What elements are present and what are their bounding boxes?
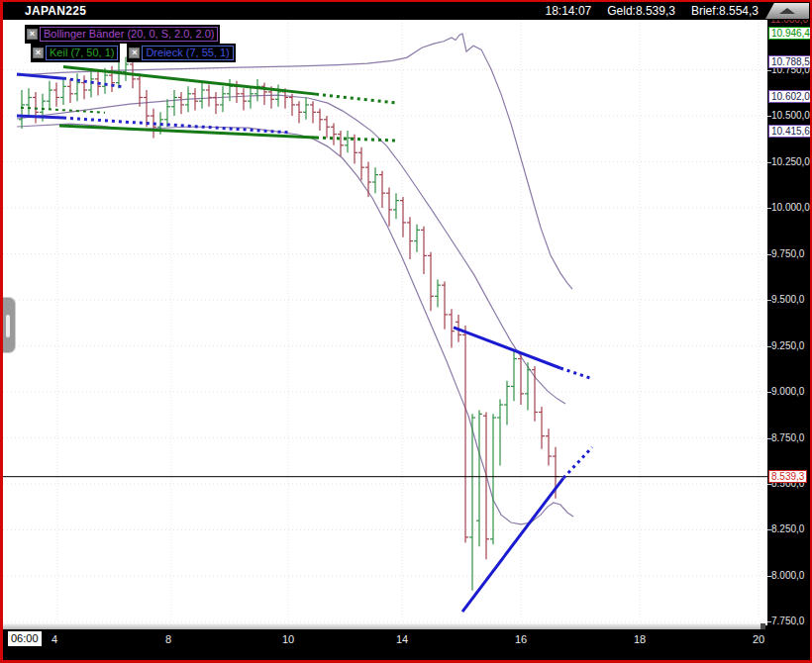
- price-tick-mark: [767, 621, 771, 622]
- bollinger-lower-band: [17, 124, 573, 524]
- price-tick-label: 10.250,0: [771, 156, 810, 168]
- ohlc-bar: [171, 90, 177, 116]
- chart-window: JAPAN225 18:14:07Geld:8.539,3Brief:8.554…: [0, 0, 812, 663]
- collapse-button[interactable]: [765, 3, 809, 19]
- keil-bottom-dotted-line: [316, 138, 395, 141]
- close-icon[interactable]: ×: [27, 29, 38, 40]
- legend-row: ×Keil (7, 50, 1)×Dreieck (7, 55, 1): [31, 44, 236, 62]
- ohlc-bar: [525, 362, 531, 410]
- ohlc-bar: [60, 77, 66, 105]
- chevron-up-icon: [779, 8, 795, 14]
- price-tick-mark: [767, 70, 771, 71]
- ohlc-bar: [414, 225, 420, 252]
- ohlc-bar: [469, 414, 475, 591]
- ohlc-bar: [518, 353, 524, 405]
- old-wedge-dotted-green-dotted-line: [21, 108, 105, 113]
- ohlc-bar: [47, 81, 52, 109]
- price-tick-label: 9.750,0: [771, 248, 804, 260]
- price-tick-mark: [767, 392, 771, 393]
- close-icon[interactable]: ×: [129, 47, 140, 58]
- legend-label-dreieck: Dreieck (7, 55, 1): [142, 46, 233, 60]
- dreieck-top-dotted-line: [560, 368, 590, 378]
- ohlc-bar: [324, 116, 330, 138]
- handle-grip: [6, 315, 10, 337]
- legend-item-bollinger: ×Bollinger Bänder (20, 0, S, 2.0, 2.0): [25, 25, 220, 44]
- time-tick-label: 16: [515, 633, 527, 645]
- ohlc-bar: [490, 414, 496, 544]
- price-badge-band: 10.415,6: [768, 125, 811, 138]
- price-tick-label: 8.250,0: [771, 523, 804, 535]
- price-tick-label: 8.750,0: [771, 432, 804, 444]
- price-tick-mark: [767, 438, 771, 439]
- ohlc-bar: [296, 101, 302, 123]
- price-axis[interactable]: 11.000,0 10.750,010.500,010.250,010.000,…: [767, 20, 811, 625]
- price-tick-mark: [767, 254, 771, 255]
- price-badge-last: 8.539,3: [768, 470, 807, 483]
- chart-area[interactable]: ×Bollinger Bänder (20, 0, S, 2.0, 2.0) ×…: [3, 20, 767, 625]
- ohlc-bar: [331, 124, 337, 145]
- ohlc-bar: [81, 75, 87, 99]
- ohlc-bar: [345, 131, 351, 152]
- ohlc-bar: [358, 147, 364, 180]
- ohlc-bar: [220, 86, 226, 112]
- ohlc-bar: [539, 407, 545, 449]
- price-badge-band: 10.788,5: [768, 55, 811, 68]
- price-tick-mark: [767, 484, 771, 485]
- price-badge-high: 10.946,4: [768, 27, 811, 40]
- ohlc-bar: [511, 351, 517, 401]
- price-tick-label: 7.750,0: [771, 616, 804, 625]
- ohlc-bar: [19, 90, 25, 129]
- ohlc-bar: [421, 227, 427, 274]
- ohlc-bar: [428, 252, 434, 312]
- ohlc-bar: [379, 171, 385, 208]
- close-icon[interactable]: ×: [33, 47, 44, 58]
- price-tick-label: 10.500,0: [771, 110, 810, 122]
- time-tick-label: 8: [165, 633, 171, 645]
- ohlc-bar: [372, 167, 378, 193]
- ohlc-bar: [407, 217, 413, 259]
- legend-label-keil: Keil (7, 50, 1): [46, 46, 118, 60]
- time-tick-label: 18: [634, 633, 646, 645]
- price-chart-plot[interactable]: [3, 20, 767, 625]
- time-tick-label: 20: [753, 633, 764, 645]
- panel-collapse-handle[interactable]: [3, 297, 16, 353]
- geld-quote: Geld:8.539,3: [607, 4, 675, 18]
- ohlc-bar: [393, 193, 399, 219]
- legend-row: ×Bollinger Bänder (20, 0, S, 2.0, 2.0): [25, 25, 220, 44]
- ohlc-bar: [310, 101, 316, 123]
- price-tick-label: 8.000,0: [771, 570, 804, 582]
- legend-label-bollinger: Bollinger Bänder (20, 0, S, 2.0, 2.0): [40, 27, 218, 42]
- ohlc-bar: [241, 88, 247, 110]
- price-tick-label: 9.000,0: [771, 386, 804, 398]
- price-tick-label: 9.500,0: [771, 294, 804, 306]
- brief-quote: Brief:8.554,3: [691, 4, 759, 18]
- dreieck-bottom-line: [462, 478, 563, 612]
- keil-top-line: [63, 67, 316, 95]
- ohlc-bar: [53, 83, 59, 107]
- keil-top-dotted-line: [316, 94, 397, 103]
- ohlc-bar: [178, 92, 184, 114]
- ohlc-bar: [199, 83, 205, 109]
- ohlc-bar: [435, 280, 441, 308]
- price-tick-mark: [767, 576, 771, 577]
- ohlc-bar: [504, 381, 510, 426]
- time-axis[interactable]: 06:00 481014161820: [3, 629, 811, 660]
- time-tick-label: 14: [396, 633, 408, 645]
- ohlc-bar: [74, 73, 80, 101]
- old-wedge-bottom-line: [17, 116, 63, 118]
- ohlc-bar: [206, 84, 212, 106]
- price-tick-mark: [767, 162, 771, 163]
- price-tick-label: 10.000,0: [771, 202, 810, 214]
- ohlc-bar: [462, 326, 468, 542]
- ohlc-bar: [26, 88, 32, 116]
- symbol-title: JAPAN225: [25, 4, 86, 18]
- ohlc-bar: [400, 197, 406, 237]
- legend-item-keil: ×Keil (7, 50, 1): [31, 44, 120, 62]
- ohlc-bar: [483, 412, 489, 559]
- price-tick-mark: [767, 529, 771, 530]
- clock: 18:14:07: [546, 4, 592, 18]
- ohlc-bar: [386, 188, 392, 227]
- ohlc-bar: [261, 83, 267, 105]
- price-tick-mark: [767, 208, 771, 209]
- horizontal-scrollbar[interactable]: [3, 622, 765, 629]
